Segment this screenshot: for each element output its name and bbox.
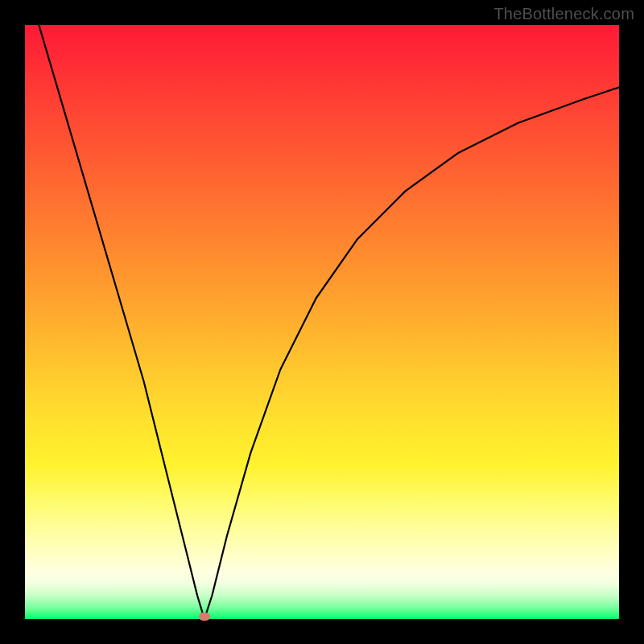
plot-area bbox=[25, 25, 619, 619]
bottleneck-curve bbox=[25, 25, 619, 619]
chart-frame: TheBottleneck.com bbox=[0, 0, 644, 644]
minimum-marker bbox=[199, 613, 210, 621]
watermark-text: TheBottleneck.com bbox=[493, 5, 634, 23]
